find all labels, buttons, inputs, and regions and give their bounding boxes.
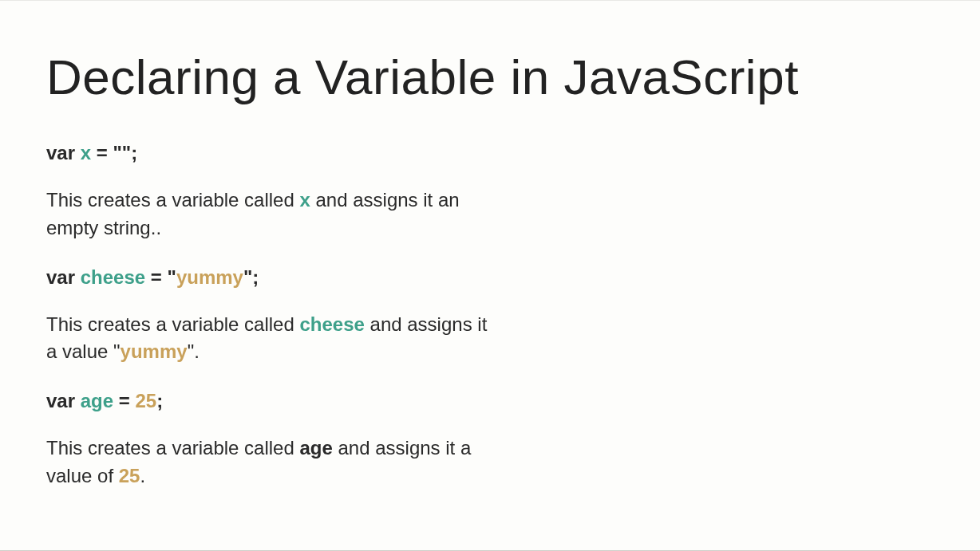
keyword-var: var	[46, 142, 75, 163]
operator: =	[91, 142, 113, 163]
number-ref-25: 25	[119, 465, 140, 486]
number-value-25: 25	[135, 390, 156, 411]
slide-title: Declaring a Variable in JavaScript	[46, 49, 934, 105]
desc-text: This creates a variable called	[46, 313, 299, 335]
desc-text: This creates a variable called	[46, 437, 299, 459]
keyword-var: var	[46, 390, 75, 411]
variable-ref-age: age	[299, 437, 332, 459]
string-value-yummy: yummy	[176, 266, 243, 288]
description-1: This creates a variable called x and ass…	[46, 187, 493, 242]
operator: =	[145, 266, 167, 288]
code-example-1: var x = "";	[46, 142, 493, 164]
variable-name-cheese: cheese	[81, 266, 145, 288]
desc-text: ".	[188, 340, 200, 362]
keyword-var: var	[46, 266, 75, 288]
semicolon: ;	[156, 390, 163, 411]
variable-name-x: x	[81, 142, 91, 163]
semicolon: ;	[252, 266, 259, 288]
value-empty-string: ""	[113, 142, 131, 163]
semicolon: ;	[131, 142, 137, 163]
description-3: This creates a variable called age and a…	[46, 435, 493, 490]
description-2: This creates a variable called cheese an…	[46, 311, 493, 367]
code-example-3: var age = 25;	[46, 390, 493, 412]
variable-name-age: age	[81, 390, 113, 411]
operator: =	[113, 390, 135, 411]
string-ref-yummy: yummy	[121, 340, 188, 362]
code-example-2: var cheese = "yummy";	[46, 266, 493, 289]
quote: "	[167, 266, 176, 288]
variable-ref-cheese: cheese	[299, 313, 364, 335]
quote: "	[243, 266, 252, 288]
variable-ref-x: x	[299, 189, 310, 211]
desc-text: This creates a variable called	[46, 189, 299, 211]
desc-text: .	[140, 465, 145, 486]
content-block: var x = ""; This creates a variable call…	[46, 142, 493, 490]
